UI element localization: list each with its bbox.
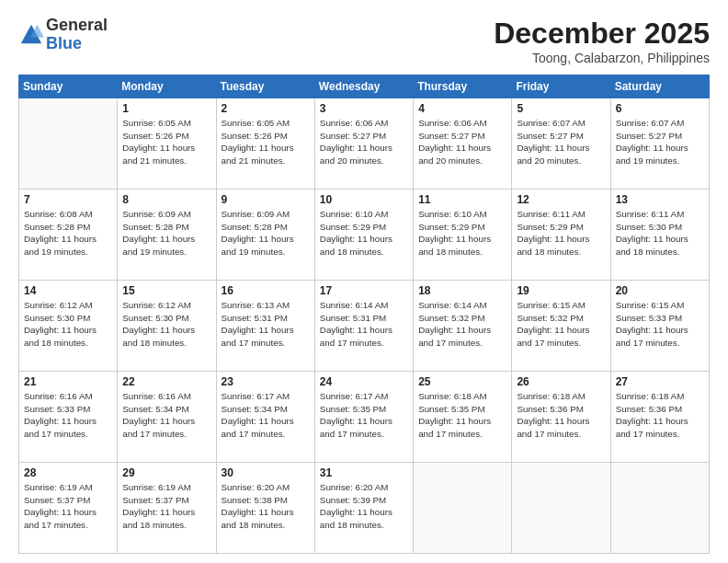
calendar-header-monday: Monday [118,75,216,98]
calendar-cell: 7Sunrise: 6:08 AMSunset: 5:28 PMDaylight… [19,190,118,281]
calendar-header-thursday: Thursday [414,75,512,98]
calendar-cell: 28Sunrise: 6:19 AMSunset: 5:37 PMDayligh… [19,463,118,554]
day-info: Sunrise: 6:18 AMSunset: 5:35 PMDaylight:… [418,390,506,441]
title-block: December 2025 Toong, Calabarzon, Philipp… [494,17,710,65]
day-number: 21 [24,375,112,388]
calendar-cell: 4Sunrise: 6:06 AMSunset: 5:27 PMDaylight… [414,98,512,190]
day-info: Sunrise: 6:07 AMSunset: 5:27 PMDaylight:… [616,117,704,167]
day-info: Sunrise: 6:05 AMSunset: 5:26 PMDaylight:… [222,117,310,167]
calendar-cell: 19Sunrise: 6:15 AMSunset: 5:32 PMDayligh… [512,281,610,372]
day-number: 31 [320,466,408,479]
logo-blue: Blue [46,35,108,53]
calendar-cell: 25Sunrise: 6:18 AMSunset: 5:35 PMDayligh… [414,372,512,463]
day-number: 19 [517,284,605,297]
calendar-cell: 8Sunrise: 6:09 AMSunset: 5:28 PMDaylight… [118,190,216,281]
day-info: Sunrise: 6:20 AMSunset: 5:39 PMDaylight:… [320,481,408,532]
day-number: 27 [616,375,704,388]
day-number: 1 [122,102,210,115]
day-number: 4 [418,102,506,115]
day-number: 25 [418,375,506,388]
day-info: Sunrise: 6:17 AMSunset: 5:35 PMDaylight:… [320,390,408,441]
header: General Blue December 2025 Toong, Calaba… [18,17,710,65]
calendar-cell: 30Sunrise: 6:20 AMSunset: 5:38 PMDayligh… [216,463,314,554]
calendar-cell: 13Sunrise: 6:11 AMSunset: 5:30 PMDayligh… [610,190,709,281]
day-number: 7 [24,193,112,206]
day-info: Sunrise: 6:15 AMSunset: 5:32 PMDaylight:… [517,299,605,350]
day-number: 20 [616,284,704,297]
calendar-cell: 20Sunrise: 6:15 AMSunset: 5:33 PMDayligh… [610,281,709,372]
day-number: 6 [616,102,704,115]
day-info: Sunrise: 6:19 AMSunset: 5:37 PMDaylight:… [24,481,112,532]
calendar-header-tuesday: Tuesday [216,75,314,98]
calendar-cell: 2Sunrise: 6:05 AMSunset: 5:26 PMDaylight… [216,98,314,190]
calendar-cell: 29Sunrise: 6:19 AMSunset: 5:37 PMDayligh… [118,463,216,554]
calendar-header-saturday: Saturday [610,75,709,98]
day-number: 5 [517,102,605,115]
calendar-cell: 17Sunrise: 6:14 AMSunset: 5:31 PMDayligh… [314,281,413,372]
calendar-cell [512,463,610,554]
day-number: 18 [418,284,506,297]
day-info: Sunrise: 6:18 AMSunset: 5:36 PMDaylight:… [616,390,704,441]
logo-icon [18,22,44,48]
day-number: 22 [122,375,210,388]
month-title: December 2025 [494,17,710,51]
day-info: Sunrise: 6:19 AMSunset: 5:37 PMDaylight:… [122,481,210,532]
calendar-cell: 12Sunrise: 6:11 AMSunset: 5:29 PMDayligh… [512,190,610,281]
calendar-cell: 9Sunrise: 6:09 AMSunset: 5:28 PMDaylight… [216,190,314,281]
calendar-header-row: SundayMondayTuesdayWednesdayThursdayFrid… [19,75,710,98]
day-info: Sunrise: 6:09 AMSunset: 5:28 PMDaylight:… [222,208,310,259]
day-info: Sunrise: 6:15 AMSunset: 5:33 PMDaylight:… [616,299,704,350]
location: Toong, Calabarzon, Philippines [494,51,710,65]
day-info: Sunrise: 6:08 AMSunset: 5:28 PMDaylight:… [24,208,112,259]
day-number: 10 [320,193,408,206]
calendar-cell: 3Sunrise: 6:06 AMSunset: 5:27 PMDaylight… [314,98,413,190]
calendar-week-2: 7Sunrise: 6:08 AMSunset: 5:28 PMDaylight… [19,190,710,281]
day-number: 16 [222,284,310,297]
day-number: 12 [517,193,605,206]
calendar-cell: 22Sunrise: 6:16 AMSunset: 5:34 PMDayligh… [118,372,216,463]
calendar-week-1: 1Sunrise: 6:05 AMSunset: 5:26 PMDaylight… [19,98,710,190]
day-info: Sunrise: 6:05 AMSunset: 5:26 PMDaylight:… [122,117,210,167]
calendar-week-5: 28Sunrise: 6:19 AMSunset: 5:37 PMDayligh… [19,463,710,554]
calendar-cell: 16Sunrise: 6:13 AMSunset: 5:31 PMDayligh… [216,281,314,372]
calendar-cell: 1Sunrise: 6:05 AMSunset: 5:26 PMDaylight… [118,98,216,190]
day-info: Sunrise: 6:07 AMSunset: 5:27 PMDaylight:… [517,117,605,167]
day-number: 14 [24,284,112,297]
calendar-cell: 24Sunrise: 6:17 AMSunset: 5:35 PMDayligh… [314,372,413,463]
calendar-cell: 21Sunrise: 6:16 AMSunset: 5:33 PMDayligh… [19,372,118,463]
calendar-cell: 14Sunrise: 6:12 AMSunset: 5:30 PMDayligh… [19,281,118,372]
day-info: Sunrise: 6:12 AMSunset: 5:30 PMDaylight:… [24,299,112,350]
calendar-cell: 18Sunrise: 6:14 AMSunset: 5:32 PMDayligh… [414,281,512,372]
calendar-cell [19,98,118,190]
day-info: Sunrise: 6:16 AMSunset: 5:33 PMDaylight:… [24,390,112,441]
day-info: Sunrise: 6:11 AMSunset: 5:29 PMDaylight:… [517,208,605,259]
day-info: Sunrise: 6:10 AMSunset: 5:29 PMDaylight:… [418,208,506,259]
calendar-week-3: 14Sunrise: 6:12 AMSunset: 5:30 PMDayligh… [19,281,710,372]
calendar-week-4: 21Sunrise: 6:16 AMSunset: 5:33 PMDayligh… [19,372,710,463]
day-number: 3 [320,102,408,115]
day-info: Sunrise: 6:12 AMSunset: 5:30 PMDaylight:… [122,299,210,350]
calendar-cell: 23Sunrise: 6:17 AMSunset: 5:34 PMDayligh… [216,372,314,463]
day-number: 29 [122,466,210,479]
day-info: Sunrise: 6:11 AMSunset: 5:30 PMDaylight:… [616,208,704,259]
day-number: 8 [122,193,210,206]
day-info: Sunrise: 6:06 AMSunset: 5:27 PMDaylight:… [320,117,408,167]
calendar: SundayMondayTuesdayWednesdayThursdayFrid… [18,75,710,554]
calendar-cell: 31Sunrise: 6:20 AMSunset: 5:39 PMDayligh… [314,463,413,554]
day-info: Sunrise: 6:17 AMSunset: 5:34 PMDaylight:… [222,390,310,441]
day-number: 26 [517,375,605,388]
day-number: 30 [222,466,310,479]
calendar-cell: 27Sunrise: 6:18 AMSunset: 5:36 PMDayligh… [610,372,709,463]
day-number: 2 [222,102,310,115]
logo-general: General [46,17,108,35]
logo: General Blue [18,17,108,53]
calendar-cell: 11Sunrise: 6:10 AMSunset: 5:29 PMDayligh… [414,190,512,281]
day-number: 13 [616,193,704,206]
calendar-cell [414,463,512,554]
day-info: Sunrise: 6:10 AMSunset: 5:29 PMDaylight:… [320,208,408,259]
calendar-cell: 6Sunrise: 6:07 AMSunset: 5:27 PMDaylight… [610,98,709,190]
calendar-header-friday: Friday [512,75,610,98]
day-info: Sunrise: 6:13 AMSunset: 5:31 PMDaylight:… [222,299,310,350]
day-info: Sunrise: 6:20 AMSunset: 5:38 PMDaylight:… [222,481,310,532]
day-number: 24 [320,375,408,388]
